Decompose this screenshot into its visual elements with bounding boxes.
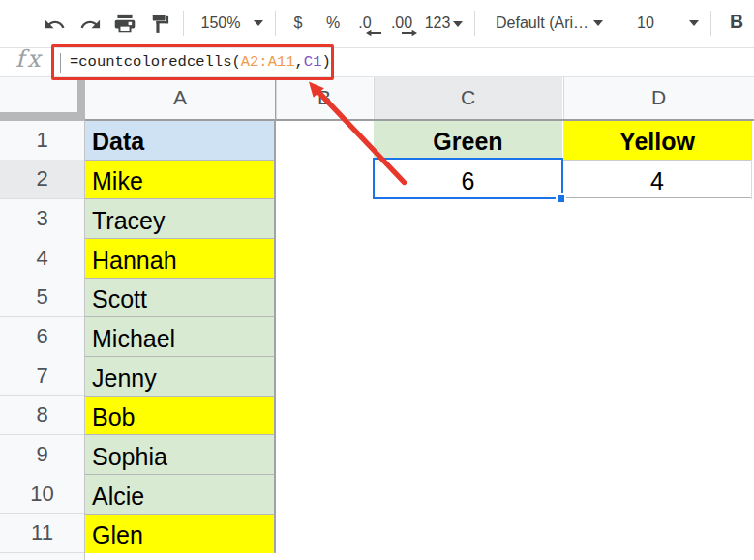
- decrease-decimals-arrow-icon: [366, 29, 381, 37]
- row-header-12-partial[interactable]: [0, 553, 84, 560]
- cell-A10[interactable]: Alcie: [85, 474, 274, 514]
- fx-icon: fx: [15, 45, 43, 73]
- cell-a-separator: [85, 238, 274, 239]
- cell-D2[interactable]: 4: [563, 161, 751, 198]
- row-header-11[interactable]: 11: [0, 514, 84, 553]
- cell-a-separator: [85, 160, 274, 161]
- undo-icon[interactable]: [44, 14, 66, 36]
- format-percent-button[interactable]: %: [326, 15, 340, 32]
- row-header-7[interactable]: 7: [0, 356, 84, 396]
- cell-A9[interactable]: Sophia: [85, 435, 274, 475]
- formula-annotation-box: [51, 44, 335, 80]
- cell-a-separator: [85, 356, 274, 357]
- column-header-D[interactable]: D: [563, 77, 754, 119]
- select-all-corner[interactable]: [0, 77, 77, 112]
- cell-a-separator: [85, 396, 274, 397]
- more-formats-caret-icon[interactable]: [453, 21, 463, 27]
- cell-A8[interactable]: Bob: [85, 396, 274, 435]
- print-icon[interactable]: [112, 14, 137, 39]
- cell-A6[interactable]: Michael: [85, 317, 274, 357]
- toolbar-separator: [710, 11, 711, 36]
- column-header-separator: [374, 77, 375, 119]
- cell-C1[interactable]: Green: [374, 121, 562, 160]
- row-header-4[interactable]: 4: [0, 238, 84, 278]
- cell-D1-text: Yellow: [619, 128, 695, 156]
- row-header-2[interactable]: 2: [0, 160, 84, 199]
- column-header-separator: [276, 77, 277, 119]
- row-header-9[interactable]: 9: [0, 435, 84, 475]
- cell-A11[interactable]: Glen: [85, 514, 274, 553]
- row-header-3[interactable]: 3: [0, 199, 84, 239]
- fill-handle[interactable]: [556, 193, 566, 204]
- zoom-caret-icon[interactable]: [254, 20, 263, 26]
- cell-D2-bottom-border: [563, 197, 751, 198]
- column-a-right-border: [274, 77, 276, 553]
- row-header-10[interactable]: 10: [0, 474, 84, 514]
- paint-format-icon[interactable]: [150, 13, 171, 34]
- row-header-6[interactable]: 6: [0, 317, 84, 357]
- cell-a-separator: [85, 316, 274, 317]
- toolbar-separator: [183, 11, 184, 36]
- row-header-1[interactable]: 1: [0, 121, 84, 161]
- cell-D1[interactable]: Yellow: [563, 121, 751, 160]
- column-header-C[interactable]: C: [374, 77, 562, 119]
- cell-A5[interactable]: Scott: [85, 278, 274, 317]
- cell-a-separator: [85, 474, 274, 475]
- more-formats-button[interactable]: 123: [425, 15, 451, 32]
- bold-button[interactable]: B: [730, 12, 743, 31]
- zoom-select[interactable]: 150%: [201, 15, 241, 32]
- cell-C1-text: Green: [433, 128, 502, 156]
- font-size-select[interactable]: 10: [637, 15, 654, 32]
- column-header-separator: [563, 77, 564, 119]
- cell-A2[interactable]: Mike: [85, 160, 274, 199]
- column-header-A[interactable]: A: [85, 77, 275, 119]
- toolbar: 150% $ % .0 .00 123 Default (Ari… 10 B: [0, 0, 754, 47]
- cell-a-separator: [85, 198, 274, 199]
- redo-icon[interactable]: [79, 14, 102, 36]
- toolbar-separator: [618, 11, 618, 36]
- row-header-8[interactable]: 8: [0, 396, 84, 435]
- google-sheets-app: 150% $ % .0 .00 123 Default (Ari… 10 B f…: [0, 0, 754, 560]
- column-d-right-border: [751, 121, 752, 199]
- row-header-separator: [0, 552, 84, 553]
- cell-A1[interactable]: Data: [85, 121, 274, 161]
- cell-D2-text: 4: [650, 167, 664, 195]
- cell-a-separator: [85, 434, 274, 435]
- toolbar-separator: [474, 11, 475, 36]
- font-family-select[interactable]: Default (Ari…: [496, 15, 588, 32]
- font-size-caret-icon[interactable]: [689, 20, 699, 26]
- cell-A7[interactable]: Jenny: [85, 356, 274, 396]
- cell-C2-text: 6: [462, 167, 475, 195]
- cell-C2-selected[interactable]: 6: [373, 158, 563, 199]
- cell-a-separator: [85, 278, 274, 279]
- font-family-caret-icon[interactable]: [593, 20, 603, 26]
- column-header-B[interactable]: B: [276, 77, 373, 119]
- cell-A3[interactable]: Tracey: [85, 199, 274, 239]
- increase-decimals-arrow-icon: [402, 29, 417, 37]
- row-header-5[interactable]: 5: [0, 278, 84, 317]
- cell-a-separator: [85, 514, 274, 515]
- format-currency-button[interactable]: $: [294, 15, 303, 32]
- toolbar-separator: [275, 11, 276, 36]
- cell-A4[interactable]: Hannah: [85, 238, 274, 278]
